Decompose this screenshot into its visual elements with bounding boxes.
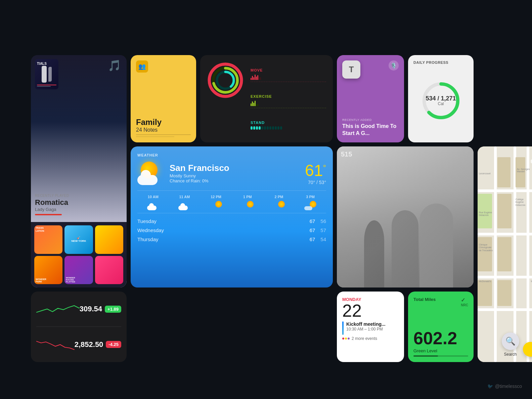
- artist-name: Lady Gaga: [35, 207, 69, 212]
- hourly-time-1pm: 1 PM: [243, 195, 252, 199]
- search-circle[interactable]: 🔍: [502, 332, 519, 350]
- forecast-day-tue: Tuesday: [137, 218, 310, 224]
- music-thumb-1[interactable]: TRANSLATION: [34, 225, 62, 254]
- map-label-mcdonalds: McDonald's: [479, 280, 491, 282]
- stock-row-1: 309.54 +1.89: [36, 302, 121, 316]
- stock-row-2: 2,852.50 -4.25: [36, 338, 121, 351]
- music-widget: TIALS 🎵 RECENTLY PLAYED Romatica Lady Ga…: [31, 55, 127, 287]
- calendar-dots: [342, 338, 350, 340]
- calendar-event-name: Kickoff meeting...: [346, 321, 386, 327]
- map-search-btn[interactable]: 🔍 Search: [502, 332, 519, 357]
- hourly-11am: 11 AM: [178, 195, 190, 210]
- photo-overlay: [337, 146, 474, 287]
- podcast-recently-label: RECENTLY ADDED: [342, 118, 399, 122]
- exercise-row: EXERCISE: [251, 94, 326, 108]
- music-thumb-4[interactable]: WONDERPARK: [34, 256, 62, 284]
- map-block-3: [497, 194, 512, 228]
- daily-progress-widget: DAILY PROGRESS 534 / 1,271 Cal: [408, 55, 474, 142]
- music-note-icon: 🎵: [108, 59, 121, 72]
- exercise-label: EXERCISE: [251, 94, 326, 98]
- notes-icon: 👥: [136, 60, 148, 73]
- hourly-1pm: 1 PM: [241, 195, 254, 210]
- stock-chart-1: [36, 302, 80, 316]
- notes-line-2: [136, 136, 174, 137]
- map-block-1: [497, 157, 511, 187]
- hourly-icon-11am: [178, 201, 190, 210]
- map-road-h2: [478, 233, 532, 235]
- mini-cloud-icon-2: [178, 206, 188, 210]
- podcast-t-icon: T: [342, 60, 360, 79]
- temp-value: 61: [305, 162, 323, 179]
- hourly-time-12pm: 12 PM: [211, 195, 221, 199]
- weather-hourly: 10 AM 11 AM 12 PM 1 PM: [137, 190, 326, 210]
- twitter-attribution: 🐦 @timelessco: [487, 384, 522, 389]
- map-label-clinique: CliniqueChirurgicalede Trocadéro: [479, 243, 493, 252]
- notes-widget[interactable]: 👥 Family 24 Notes: [131, 55, 196, 142]
- weather-main: San Francisco Mostly Sunny Chance of Rai…: [137, 161, 326, 185]
- calendar-event-details: Kickoff meeting... 10:30 AM – 1:00 PM: [346, 321, 386, 331]
- podcast-microphone-icon: 🎙️: [389, 60, 399, 71]
- activity-stats: MOVE EXERCISE: [251, 62, 326, 136]
- map-road-h3: [478, 276, 532, 278]
- map-label-lecercouet: Lecercouet: [479, 172, 491, 175]
- weather-high-low: 70° / 53°: [305, 180, 326, 185]
- progress-value: 534 / 1,271: [426, 95, 456, 101]
- hourly-time-3pm: 3 PM: [306, 195, 315, 199]
- podcast-top: T 🎙️: [342, 60, 399, 79]
- cloud: [137, 175, 158, 185]
- weather-label: WEATHER: [137, 153, 326, 157]
- running-top: Total Miles ✓ NRC: [413, 297, 468, 307]
- weather-temp-section: 61° 70° / 53°: [305, 161, 326, 185]
- notes-subtitle: 24 Notes: [136, 127, 191, 133]
- progress-title: DAILY PROGRESS: [413, 60, 448, 64]
- map-block-6: [478, 280, 492, 306]
- stock-chart-2: [36, 338, 75, 351]
- progress-unit: Cal: [426, 101, 456, 106]
- map-block-7: [497, 280, 512, 306]
- map-road-h1: [478, 189, 532, 192]
- photo-widget: 515: [337, 146, 474, 287]
- search-label: Search: [504, 352, 517, 357]
- hourly-icon-3pm: [304, 201, 316, 210]
- notes-title: Family: [136, 118, 191, 127]
- stock-divider: [36, 326, 121, 327]
- hourly-time-10am: 10 AM: [148, 195, 159, 199]
- weather-sun-icon: [137, 162, 164, 185]
- album-title-text: TIALS: [37, 62, 47, 65]
- running-bar-fill: [413, 355, 438, 357]
- hourly-10am: 10 AM: [147, 195, 159, 210]
- music-thumb-5[interactable]: WONDERRACHELPLATTEN: [64, 256, 93, 284]
- map-block-5: [497, 237, 512, 272]
- hourly-icon-1pm: [241, 201, 254, 210]
- podcast-widget[interactable]: T 🎙️ RECENTLY ADDED This is Good Time To…: [337, 55, 404, 142]
- music-thumb-3[interactable]: [95, 225, 123, 254]
- calendar-widget: MONDAY 22 Kickoff meeting... 10:30 AM – …: [337, 292, 404, 362]
- calendar-more-events: 2 more events: [342, 336, 399, 341]
- weather-widget: WEATHER San Francisco Mostly Sunny Chanc…: [131, 146, 333, 287]
- running-nrc-label: NRC: [461, 303, 468, 307]
- calendar-event: Kickoff meeting... 10:30 AM – 1:00 PM: [342, 321, 399, 335]
- forecast-thursday: Thursday 67 54: [137, 235, 326, 244]
- twitter-handle: @timelessco: [495, 384, 522, 389]
- calendar-stripe: [342, 321, 344, 335]
- forecast-high-tue: 67: [310, 218, 315, 224]
- photo-bw: 515: [337, 146, 474, 287]
- running-brand-section: ✓ NRC: [461, 297, 468, 307]
- stock-value-1: 309.54: [80, 305, 102, 313]
- forecast-tuesday: Tuesday 67 56: [137, 217, 326, 226]
- running-miles: 602.2: [413, 329, 468, 347]
- map-label-av: Av. GeorgesMandel: [517, 168, 530, 173]
- hourly-3pm: 3 PM: [304, 195, 316, 210]
- running-widget: Total Miles ✓ NRC 602.2 Green Level: [408, 292, 474, 362]
- calendar-more-text: 2 more events: [352, 336, 377, 341]
- move-row: MOVE: [251, 68, 326, 82]
- cal-dot-2: [345, 338, 347, 340]
- notes-line-1: [136, 134, 191, 135]
- mini-sun-icon-2: [247, 201, 254, 208]
- music-thumb-6[interactable]: [95, 256, 123, 284]
- music-thumb-2[interactable]: 🎸 NEW YORK: [64, 225, 93, 254]
- hourly-icon-12pm: [210, 201, 222, 210]
- map-block-4: [478, 237, 492, 272]
- music-grid: TRANSLATION 🎸 NEW YORK WONDERPARK WONDER…: [31, 222, 127, 287]
- weather-low: 53°: [319, 180, 326, 185]
